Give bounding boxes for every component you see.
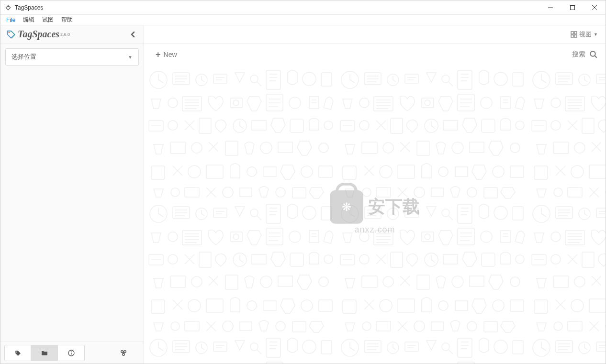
svg-point-17 bbox=[590, 51, 595, 56]
tags-tab[interactable] bbox=[4, 345, 31, 361]
logo-text: TagSpaces bbox=[18, 29, 59, 40]
settings-button[interactable] bbox=[116, 345, 131, 361]
version-label: 2.6.0 bbox=[60, 32, 70, 37]
menubar: File 编辑 试图 帮助 bbox=[0, 15, 606, 25]
window-title: TagSpaces bbox=[15, 4, 539, 11]
grid-icon bbox=[571, 31, 577, 38]
svg-line-18 bbox=[595, 55, 597, 58]
new-label: New bbox=[164, 51, 177, 58]
folder-tab[interactable] bbox=[31, 345, 58, 361]
search-label: 搜索 bbox=[572, 50, 585, 59]
menu-view[interactable]: 试图 bbox=[38, 15, 57, 25]
svg-rect-16 bbox=[574, 35, 577, 37]
location-label: 选择位置 bbox=[11, 53, 36, 61]
minimize-button[interactable] bbox=[539, 0, 561, 14]
collapse-sidebar-button[interactable] bbox=[127, 29, 138, 40]
svg-rect-9 bbox=[71, 353, 71, 354]
main-container: TagSpaces 2.6.0 选择位置 ▼ bbox=[0, 25, 606, 364]
svg-rect-14 bbox=[574, 32, 577, 34]
sidebar-footer bbox=[0, 342, 144, 364]
svg-rect-13 bbox=[571, 32, 573, 34]
window-controls bbox=[539, 0, 606, 14]
svg-point-8 bbox=[71, 351, 72, 352]
view-label: 视图 bbox=[579, 30, 592, 39]
menu-file[interactable]: File bbox=[2, 16, 19, 24]
svg-point-5 bbox=[9, 32, 10, 33]
info-tab[interactable] bbox=[58, 345, 85, 361]
app-icon bbox=[4, 4, 12, 11]
sidebar-body bbox=[0, 70, 144, 342]
sidebar-header: TagSpaces 2.6.0 bbox=[0, 25, 144, 44]
close-button[interactable] bbox=[584, 0, 606, 14]
svg-point-0 bbox=[8, 6, 9, 7]
tag-icon bbox=[6, 30, 16, 39]
svg-point-6 bbox=[16, 352, 17, 353]
content-toolbar: + New 搜索 bbox=[144, 44, 606, 66]
location-selector[interactable]: 选择位置 ▼ bbox=[5, 48, 139, 66]
sidebar: TagSpaces 2.6.0 选择位置 ▼ bbox=[0, 25, 144, 364]
maximize-button[interactable] bbox=[561, 0, 584, 14]
search-icon bbox=[589, 50, 598, 59]
logo: TagSpaces 2.6.0 bbox=[6, 29, 127, 40]
search-button[interactable]: 搜索 bbox=[572, 50, 598, 59]
svg-rect-15 bbox=[571, 35, 573, 37]
menu-help[interactable]: 帮助 bbox=[57, 15, 77, 25]
menu-edit[interactable]: 编辑 bbox=[19, 15, 38, 25]
content-body: ❋ 安下载 anxz.com bbox=[144, 66, 606, 364]
caret-down-icon: ▼ bbox=[594, 32, 598, 37]
svg-rect-2 bbox=[571, 5, 575, 10]
content-header: 视图 ▼ bbox=[144, 25, 606, 44]
caret-down-icon: ▼ bbox=[128, 55, 133, 60]
background-pattern bbox=[144, 66, 606, 364]
titlebar: TagSpaces bbox=[0, 0, 606, 15]
new-button[interactable]: + New bbox=[152, 47, 181, 63]
plus-icon: + bbox=[156, 50, 161, 60]
view-selector[interactable]: 视图 ▼ bbox=[571, 30, 598, 39]
content-area: 视图 ▼ + New 搜索 ❋ bbox=[144, 25, 606, 364]
